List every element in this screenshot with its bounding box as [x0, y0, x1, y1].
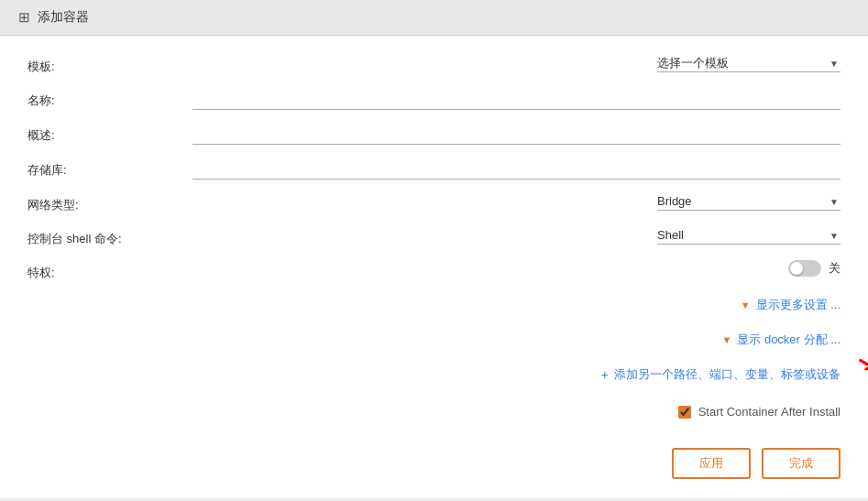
- content-area: 模板: 选择一个模板 ▼ 名称: 概述:: [0, 36, 868, 498]
- network-label: 网络类型:: [27, 192, 192, 213]
- storage-input[interactable]: [192, 158, 841, 180]
- privilege-row: 特权: 关 ▼ 显示更多设置 ... ▼ 显示 docker 分配 ...: [27, 260, 841, 435]
- console-label: 控制台 shell 命令:: [27, 226, 192, 247]
- toggle-label: 关: [829, 260, 841, 277]
- network-row: 网络类型: Bridge ▼: [27, 192, 841, 213]
- grid-icon: ⊞: [18, 9, 30, 26]
- console-select[interactable]: Shell: [657, 226, 841, 245]
- done-button[interactable]: 完成: [762, 448, 841, 479]
- title-bar: ⊞ 添加容器: [0, 0, 868, 36]
- add-plus-icon: +: [601, 367, 609, 382]
- show-more-row[interactable]: ▼ 显示更多设置 ...: [741, 297, 841, 313]
- privilege-label: 特权:: [27, 260, 192, 281]
- template-select[interactable]: 选择一个模板: [657, 54, 841, 72]
- show-docker-chevron: ▼: [721, 334, 731, 345]
- show-more-chevron: ▼: [741, 300, 751, 310]
- show-more-link[interactable]: 显示更多设置 ...: [756, 297, 841, 313]
- desc-input[interactable]: [192, 123, 841, 145]
- desc-row: 概述:: [27, 123, 841, 145]
- name-input[interactable]: [192, 88, 841, 110]
- console-control: Shell ▼: [192, 226, 841, 245]
- toggle-knob: [790, 262, 803, 275]
- network-control: Bridge ▼: [192, 192, 841, 211]
- red-arrow-annotation: ➜: [852, 347, 868, 382]
- console-row: 控制台 shell 命令: Shell ▼: [27, 226, 841, 247]
- storage-control: [192, 158, 841, 180]
- show-docker-row[interactable]: ▼ 显示 docker 分配 ...: [721, 332, 841, 348]
- desc-control: [192, 123, 841, 145]
- name-label: 名称:: [27, 88, 192, 109]
- storage-row: 存储库:: [27, 158, 841, 180]
- apply-button[interactable]: 应用: [672, 448, 751, 479]
- privilege-control: 关 ▼ 显示更多设置 ... ▼ 显示 docker 分配 ... + 添加另一…: [192, 260, 841, 435]
- privilege-toggle[interactable]: [788, 260, 821, 277]
- network-select[interactable]: Bridge: [657, 192, 841, 211]
- add-path-row[interactable]: + 添加另一个路径、端口、变量、标签或设备: [601, 366, 841, 383]
- show-docker-link[interactable]: 显示 docker 分配 ...: [737, 332, 841, 348]
- add-path-text[interactable]: 添加另一个路径、端口、变量、标签或设备: [614, 366, 841, 383]
- toggle-container: 关: [788, 260, 841, 277]
- template-label: 模板:: [27, 54, 192, 75]
- start-container-checkbox[interactable]: [678, 406, 691, 419]
- name-control: [192, 88, 841, 110]
- template-row: 模板: 选择一个模板 ▼: [27, 54, 841, 75]
- storage-label: 存储库:: [27, 158, 192, 179]
- page-title: 添加容器: [38, 9, 89, 26]
- start-container-label[interactable]: Start Container After Install: [698, 405, 841, 419]
- name-row: 名称:: [27, 88, 841, 110]
- start-container-row: Start Container After Install: [678, 405, 841, 419]
- template-control: 选择一个模板 ▼: [192, 54, 841, 72]
- desc-label: 概述:: [27, 123, 192, 144]
- button-row: 应用 完成: [27, 448, 841, 479]
